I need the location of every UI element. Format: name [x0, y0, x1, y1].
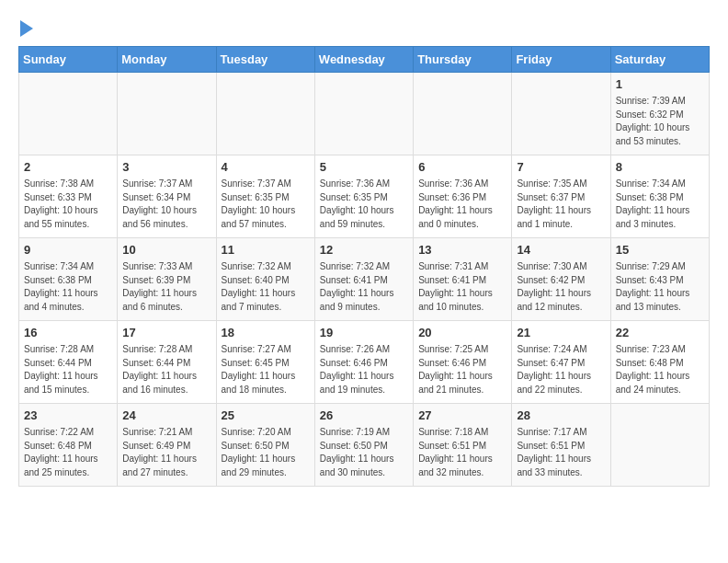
header-wednesday: Wednesday: [314, 47, 413, 73]
day-number: 26: [320, 408, 408, 424]
day-info: Sunrise: 7:21 AM Sunset: 6:49 PM Dayligh…: [122, 426, 210, 479]
day-number: 8: [616, 159, 704, 176]
calendar-cell: 24Sunrise: 7:21 AM Sunset: 6:49 PM Dayli…: [118, 404, 216, 487]
calendar-week-row: 23Sunrise: 7:22 AM Sunset: 6:48 PM Dayli…: [19, 404, 710, 487]
day-info: Sunrise: 7:24 AM Sunset: 6:47 PM Dayligh…: [517, 343, 605, 396]
day-number: 19: [320, 325, 408, 341]
day-info: Sunrise: 7:30 AM Sunset: 6:42 PM Dayligh…: [517, 260, 605, 314]
calendar-cell: 19Sunrise: 7:26 AM Sunset: 6:46 PM Dayli…: [314, 321, 413, 404]
calendar-cell: 26Sunrise: 7:19 AM Sunset: 6:50 PM Dayli…: [314, 404, 413, 487]
calendar-cell: 8Sunrise: 7:34 AM Sunset: 6:38 PM Daylig…: [610, 155, 709, 238]
day-number: 7: [517, 159, 605, 176]
day-info: Sunrise: 7:26 AM Sunset: 6:46 PM Dayligh…: [320, 343, 408, 396]
calendar-cell: 1Sunrise: 7:39 AM Sunset: 6:32 PM Daylig…: [610, 73, 709, 155]
day-info: Sunrise: 7:33 AM Sunset: 6:39 PM Dayligh…: [122, 260, 210, 314]
day-info: Sunrise: 7:28 AM Sunset: 6:44 PM Dayligh…: [122, 343, 210, 396]
calendar-cell: 3Sunrise: 7:37 AM Sunset: 6:34 PM Daylig…: [118, 155, 216, 238]
day-info: Sunrise: 7:28 AM Sunset: 6:44 PM Dayligh…: [24, 343, 112, 396]
day-info: Sunrise: 7:34 AM Sunset: 6:38 PM Dayligh…: [24, 260, 112, 314]
header-monday: Monday: [118, 47, 216, 73]
calendar-cell: 2Sunrise: 7:38 AM Sunset: 6:33 PM Daylig…: [19, 155, 118, 238]
calendar-cell: 5Sunrise: 7:36 AM Sunset: 6:35 PM Daylig…: [314, 155, 413, 238]
calendar-cell: 27Sunrise: 7:18 AM Sunset: 6:51 PM Dayli…: [414, 404, 512, 487]
calendar-cell: [118, 73, 216, 155]
calendar-cell: 4Sunrise: 7:37 AM Sunset: 6:35 PM Daylig…: [216, 155, 314, 238]
day-info: Sunrise: 7:35 AM Sunset: 6:37 PM Dayligh…: [517, 178, 605, 231]
calendar-table: SundayMondayTuesdayWednesdayThursdayFrid…: [18, 46, 710, 487]
day-number: 20: [418, 325, 506, 341]
day-number: 3: [122, 159, 210, 176]
calendar-cell: 10Sunrise: 7:33 AM Sunset: 6:39 PM Dayli…: [118, 238, 216, 321]
header-sunday: Sunday: [19, 47, 118, 73]
day-number: 1: [616, 76, 704, 93]
day-number: 25: [222, 408, 310, 424]
calendar-cell: 13Sunrise: 7:31 AM Sunset: 6:41 PM Dayli…: [414, 238, 512, 321]
calendar-cell: 12Sunrise: 7:32 AM Sunset: 6:41 PM Dayli…: [314, 238, 413, 321]
calendar-cell: 7Sunrise: 7:35 AM Sunset: 6:37 PM Daylig…: [512, 155, 610, 238]
day-number: 10: [122, 242, 210, 259]
day-number: 18: [222, 325, 310, 341]
day-number: 5: [320, 159, 408, 176]
day-info: Sunrise: 7:25 AM Sunset: 6:46 PM Dayligh…: [418, 343, 506, 396]
day-info: Sunrise: 7:27 AM Sunset: 6:45 PM Dayligh…: [222, 343, 310, 396]
calendar-cell: 23Sunrise: 7:22 AM Sunset: 6:48 PM Dayli…: [19, 404, 118, 487]
day-number: 23: [24, 408, 112, 424]
calendar-cell: [19, 73, 118, 155]
day-number: 4: [222, 159, 310, 176]
day-number: 2: [24, 159, 112, 176]
day-info: Sunrise: 7:18 AM Sunset: 6:51 PM Dayligh…: [418, 426, 506, 479]
calendar-cell: 21Sunrise: 7:24 AM Sunset: 6:47 PM Dayli…: [512, 321, 610, 404]
day-info: Sunrise: 7:39 AM Sunset: 6:32 PM Dayligh…: [616, 95, 704, 148]
calendar-cell: 22Sunrise: 7:23 AM Sunset: 6:48 PM Dayli…: [610, 321, 709, 404]
calendar-cell: [512, 73, 610, 155]
calendar-cell: [314, 73, 413, 155]
day-number: 27: [418, 408, 506, 424]
day-info: Sunrise: 7:31 AM Sunset: 6:41 PM Dayligh…: [418, 260, 506, 314]
day-number: 28: [517, 408, 605, 424]
calendar-cell: 18Sunrise: 7:27 AM Sunset: 6:45 PM Dayli…: [216, 321, 314, 404]
calendar-week-row: 16Sunrise: 7:28 AM Sunset: 6:44 PM Dayli…: [19, 321, 710, 404]
day-info: Sunrise: 7:29 AM Sunset: 6:43 PM Dayligh…: [616, 260, 704, 314]
day-info: Sunrise: 7:17 AM Sunset: 6:51 PM Dayligh…: [517, 426, 605, 479]
day-number: 22: [616, 325, 704, 341]
calendar-cell: 17Sunrise: 7:28 AM Sunset: 6:44 PM Dayli…: [118, 321, 216, 404]
calendar-cell: 16Sunrise: 7:28 AM Sunset: 6:44 PM Dayli…: [19, 321, 118, 404]
calendar-cell: 25Sunrise: 7:20 AM Sunset: 6:50 PM Dayli…: [216, 404, 314, 487]
day-number: 24: [122, 408, 210, 424]
day-number: 14: [517, 242, 605, 259]
day-info: Sunrise: 7:36 AM Sunset: 6:36 PM Dayligh…: [418, 178, 506, 231]
day-info: Sunrise: 7:23 AM Sunset: 6:48 PM Dayligh…: [616, 343, 704, 396]
calendar-cell: 28Sunrise: 7:17 AM Sunset: 6:51 PM Dayli…: [512, 404, 610, 487]
day-info: Sunrise: 7:20 AM Sunset: 6:50 PM Dayligh…: [222, 426, 310, 479]
logo: [18, 18, 33, 37]
calendar-cell: 15Sunrise: 7:29 AM Sunset: 6:43 PM Dayli…: [610, 238, 709, 321]
day-info: Sunrise: 7:37 AM Sunset: 6:34 PM Dayligh…: [122, 178, 210, 231]
calendar-cell: [216, 73, 314, 155]
calendar-cell: 20Sunrise: 7:25 AM Sunset: 6:46 PM Dayli…: [414, 321, 512, 404]
day-number: 17: [122, 325, 210, 341]
day-number: 12: [320, 242, 408, 259]
calendar-week-row: 9Sunrise: 7:34 AM Sunset: 6:38 PM Daylig…: [19, 238, 710, 321]
calendar-cell: [610, 404, 709, 487]
page-header: [18, 18, 710, 37]
header-thursday: Thursday: [414, 47, 512, 73]
day-info: Sunrise: 7:34 AM Sunset: 6:38 PM Dayligh…: [616, 178, 704, 231]
calendar-cell: 6Sunrise: 7:36 AM Sunset: 6:36 PM Daylig…: [414, 155, 512, 238]
day-info: Sunrise: 7:36 AM Sunset: 6:35 PM Dayligh…: [320, 178, 408, 231]
calendar-cell: 9Sunrise: 7:34 AM Sunset: 6:38 PM Daylig…: [19, 238, 118, 321]
calendar-week-row: 2Sunrise: 7:38 AM Sunset: 6:33 PM Daylig…: [19, 155, 710, 238]
calendar-header-row: SundayMondayTuesdayWednesdayThursdayFrid…: [19, 47, 710, 73]
day-number: 6: [418, 159, 506, 176]
day-info: Sunrise: 7:22 AM Sunset: 6:48 PM Dayligh…: [24, 426, 112, 479]
day-number: 16: [24, 325, 112, 341]
calendar-cell: [414, 73, 512, 155]
day-number: 9: [24, 242, 112, 259]
day-number: 13: [418, 242, 506, 259]
calendar-cell: 11Sunrise: 7:32 AM Sunset: 6:40 PM Dayli…: [216, 238, 314, 321]
logo-arrow-icon: [20, 20, 33, 37]
calendar-cell: 14Sunrise: 7:30 AM Sunset: 6:42 PM Dayli…: [512, 238, 610, 321]
day-info: Sunrise: 7:32 AM Sunset: 6:40 PM Dayligh…: [222, 260, 310, 314]
day-info: Sunrise: 7:38 AM Sunset: 6:33 PM Dayligh…: [24, 178, 112, 231]
day-info: Sunrise: 7:32 AM Sunset: 6:41 PM Dayligh…: [320, 260, 408, 314]
day-number: 15: [616, 242, 704, 259]
